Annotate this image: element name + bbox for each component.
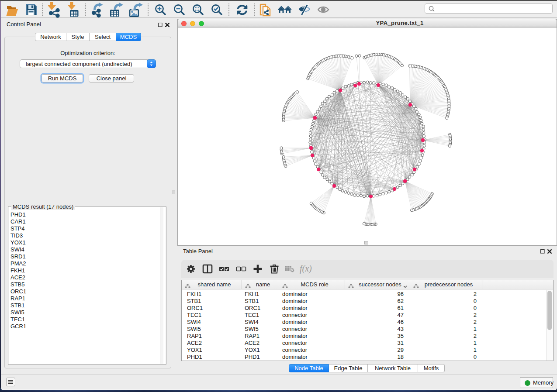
svg-text:f(x): f(x) <box>300 264 312 274</box>
